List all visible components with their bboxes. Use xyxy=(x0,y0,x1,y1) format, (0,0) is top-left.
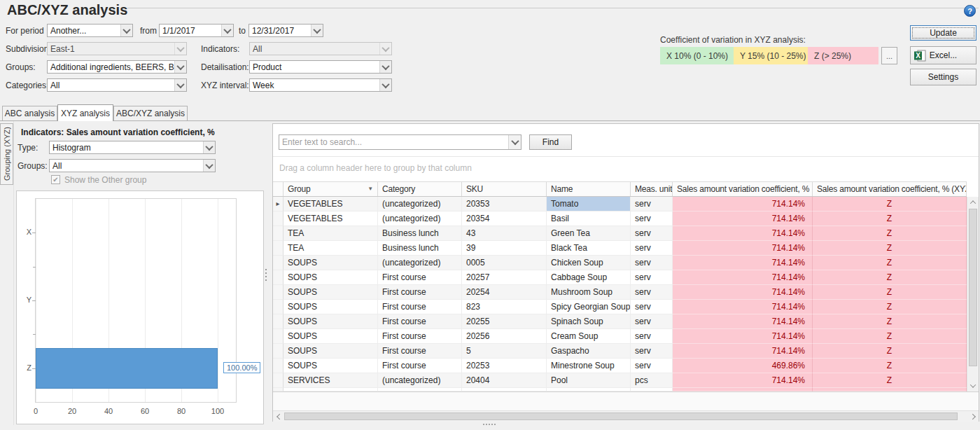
horizontal-scroll-thumb[interactable] xyxy=(284,412,958,420)
bottom-splitter-grip[interactable] xyxy=(483,424,496,425)
header-group[interactable]: Group ▼ xyxy=(284,182,378,196)
cell-unit[interactable]: serv xyxy=(631,344,673,359)
header-meas-unit[interactable]: Meas. unit xyxy=(631,182,673,196)
cell-name[interactable]: Minestrone Soup xyxy=(547,359,631,373)
chart-groups-select[interactable]: All xyxy=(49,159,216,172)
cell-name[interactable]: Tomato xyxy=(547,197,631,211)
cell-group[interactable]: TEA xyxy=(284,226,378,241)
cell-xyz[interactable]: Z xyxy=(813,314,967,329)
to-date-field[interactable]: 12/31/2017 xyxy=(248,24,323,37)
cell-sku[interactable]: 20254 xyxy=(462,285,547,300)
cell-coeff[interactable]: 714.14% xyxy=(673,285,813,300)
cell-coeff[interactable]: 714.14% xyxy=(673,300,813,314)
cell-sku[interactable]: 5 xyxy=(462,344,547,359)
cell-sku[interactable]: 20256 xyxy=(462,329,547,344)
cell-name[interactable]: Gaspacho xyxy=(547,344,631,359)
cell-sku[interactable]: 20404 xyxy=(462,373,547,388)
cell-coeff[interactable]: 714.14% xyxy=(673,344,813,359)
cell-category[interactable]: First course xyxy=(378,300,462,314)
cell-name[interactable]: Mushroom Soup xyxy=(547,285,631,300)
cell-sku[interactable]: 20354 xyxy=(462,211,547,226)
cell-sku[interactable]: 823 xyxy=(462,300,547,314)
header-coeff-xyz[interactable]: Sales amount variation coefficient, % (X… xyxy=(813,182,967,196)
cell-xyz[interactable]: Z xyxy=(813,270,967,285)
vertical-scrollbar[interactable] xyxy=(967,197,979,391)
cell-name[interactable]: Pool xyxy=(547,373,631,388)
cell-category[interactable]: First course xyxy=(378,314,462,329)
cell-xyz[interactable]: Z xyxy=(813,256,967,270)
cell-category[interactable]: Business lunch xyxy=(378,241,462,256)
cell-unit[interactable]: serv xyxy=(631,270,673,285)
cell-coeff[interactable]: 714.14% xyxy=(673,373,813,388)
cell-xyz[interactable]: Z xyxy=(813,197,967,211)
table-row[interactable]: SOUPSFirst course20254Mushroom Soupserv7… xyxy=(273,285,967,300)
table-row[interactable]: SOUPSFirst course20257Cabbage Soupserv71… xyxy=(273,270,967,285)
period-select[interactable]: Another... xyxy=(47,24,133,37)
scroll-up-button[interactable] xyxy=(967,197,979,208)
cell-name[interactable]: Black Tea xyxy=(547,241,631,256)
cell-xyz[interactable]: Z xyxy=(813,241,967,256)
cell-unit[interactable]: serv xyxy=(631,241,673,256)
search-input[interactable] xyxy=(279,135,508,149)
cell-group[interactable]: SOUPS xyxy=(284,285,378,300)
cell-unit[interactable]: serv xyxy=(631,211,673,226)
cell-xyz[interactable]: Z xyxy=(813,359,967,373)
table-row[interactable]: SERVICES(uncategorized)20404Poolpcs714.1… xyxy=(273,373,967,388)
cell-unit[interactable]: serv xyxy=(631,256,673,270)
cell-coeff[interactable]: 714.14% xyxy=(673,329,813,344)
from-date-field[interactable]: 1/1/2017 xyxy=(159,24,234,37)
cell-unit[interactable]: serv xyxy=(631,359,673,373)
cell-group[interactable]: SOUPS xyxy=(284,359,378,373)
header-category[interactable]: Category xyxy=(378,182,462,196)
cell-group[interactable]: VEGETABLES xyxy=(284,197,378,211)
cell-coeff[interactable]: 714.14% xyxy=(673,211,813,226)
cell-coeff[interactable]: 714.14% xyxy=(673,197,813,211)
cell-group[interactable]: SOUPS xyxy=(284,314,378,329)
cell-xyz[interactable]: Z xyxy=(813,226,967,241)
horizontal-scrollbar[interactable] xyxy=(273,410,979,422)
cell-category[interactable]: First course xyxy=(378,344,462,359)
help-icon[interactable]: ? xyxy=(964,5,976,17)
cell-coeff[interactable]: 469.86% xyxy=(673,359,813,373)
cell-group[interactable]: SOUPS xyxy=(284,300,378,314)
xyz-interval-select[interactable]: Week xyxy=(249,78,392,92)
cell-coeff[interactable]: 714.14% xyxy=(673,256,813,270)
tab-abc-analysis[interactable]: ABC analysis xyxy=(2,106,57,120)
cell-name[interactable]: Spicy Georgian Soup xyxy=(547,300,631,314)
categories-select[interactable]: All xyxy=(47,78,187,92)
cell-name[interactable]: Basil xyxy=(547,211,631,226)
cell-sku[interactable]: 0005 xyxy=(462,256,547,270)
cell-category[interactable]: Business lunch xyxy=(378,226,462,241)
cell-category[interactable]: (uncategorized) xyxy=(378,373,462,388)
table-row[interactable]: SOUPSFirst course5Gaspachoserv714.14%Z xyxy=(273,344,967,359)
cell-name[interactable]: Cabbage Soup xyxy=(547,270,631,285)
grouping-xyz-vertical-tab[interactable]: Grouping (XYZ) xyxy=(0,123,13,185)
tab-abc-xyz-analysis[interactable]: ABC/XYZ analysis xyxy=(113,106,188,120)
table-row[interactable]: SOUPSFirst course20256Cream Soupserv714.… xyxy=(273,329,967,344)
cell-name[interactable]: Green Tea xyxy=(547,226,631,241)
cell-category[interactable]: First course xyxy=(378,359,462,373)
tab-xyz-analysis[interactable]: XYZ analysis xyxy=(57,104,113,121)
cell-group[interactable]: SOUPS xyxy=(284,270,378,285)
cell-sku[interactable]: 20257 xyxy=(462,270,547,285)
cell-sku[interactable]: 20255 xyxy=(462,314,547,329)
table-row[interactable]: SOUPSFirst course823Spicy Georgian Soups… xyxy=(273,300,967,314)
table-row[interactable]: SOUPSFirst course20253Minestrone Soupser… xyxy=(273,359,967,373)
cell-category[interactable]: (uncategorized) xyxy=(378,256,462,270)
table-row[interactable]: SOUPS(uncategorized)0005Chicken Soupserv… xyxy=(273,256,967,270)
cell-group[interactable]: SOUPS xyxy=(284,256,378,270)
cell-xyz[interactable]: Z xyxy=(813,373,967,388)
group-by-drop-area[interactable]: Drag a column header here to group by th… xyxy=(279,163,472,173)
scroll-right-button[interactable] xyxy=(968,411,979,422)
settings-button[interactable]: Settings xyxy=(910,69,976,85)
cell-group[interactable]: SOUPS xyxy=(284,344,378,359)
cell-unit[interactable]: serv xyxy=(631,197,673,211)
cell-xyz[interactable]: Z xyxy=(813,329,967,344)
cell-xyz[interactable]: Z xyxy=(813,300,967,314)
cell-sku[interactable]: 20353 xyxy=(462,197,547,211)
cell-category[interactable]: (uncategorized) xyxy=(378,197,462,211)
cell-sku[interactable]: 20253 xyxy=(462,359,547,373)
detailisation-select[interactable]: Product xyxy=(249,60,392,74)
cell-coeff[interactable]: 714.14% xyxy=(673,314,813,329)
vertical-scroll-thumb[interactable] xyxy=(969,209,977,366)
